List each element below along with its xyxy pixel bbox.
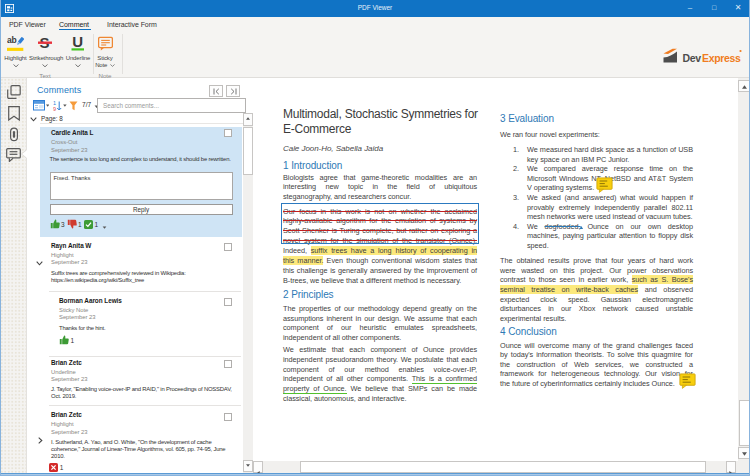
svg-text:1: 1 <box>53 100 56 106</box>
svg-text:Dev: Dev <box>683 52 702 64</box>
svg-text:9: 9 <box>53 106 56 112</box>
svg-text:U: U <box>72 34 83 50</box>
svg-text:ab: ab <box>7 35 17 45</box>
svg-text:Express: Express <box>702 52 741 64</box>
